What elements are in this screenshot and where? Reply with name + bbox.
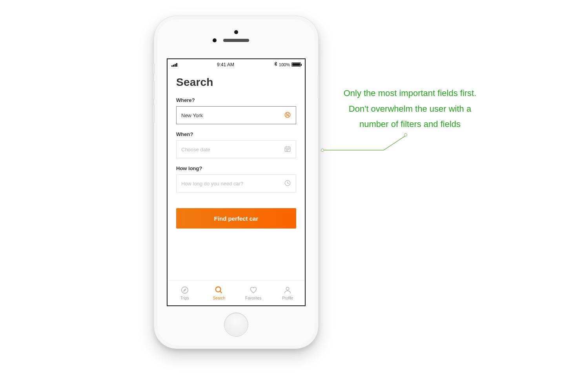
content: Search Where? New York — [168, 69, 305, 229]
where-input[interactable]: New York — [176, 106, 296, 124]
howlong-group: How long? How long do you need car? — [176, 165, 296, 192]
where-group: Where? New York — [176, 97, 296, 124]
find-car-label: Find perfect car — [214, 215, 259, 222]
profile-icon — [283, 286, 292, 294]
svg-point-15 — [216, 287, 221, 292]
volume-up-button — [153, 81, 155, 100]
search-icon — [215, 286, 223, 294]
screen: 9:41 AM 100% Search Where? New York — [167, 58, 306, 306]
annotation-dot-end — [404, 133, 407, 136]
power-button — [318, 75, 320, 98]
battery-text: 100% — [279, 62, 290, 67]
svg-point-17 — [286, 287, 289, 290]
svg-point-8 — [286, 149, 286, 149]
statusbar-time: 9:41 AM — [217, 62, 234, 67]
compass-icon — [180, 286, 189, 294]
location-icon — [284, 111, 291, 120]
annotation-leader — [321, 133, 411, 157]
signal-icon — [171, 63, 177, 67]
when-placeholder: Choose date — [181, 147, 210, 152]
tab-favorites[interactable]: Favorites — [236, 281, 271, 305]
svg-point-2 — [286, 113, 287, 114]
when-group: When? Choose date — [176, 131, 296, 158]
calendar-icon — [284, 145, 291, 154]
where-value: New York — [181, 113, 203, 118]
svg-point-12 — [287, 150, 288, 151]
mute-switch — [153, 63, 155, 74]
annotation-dot-start — [321, 149, 324, 152]
heart-icon — [249, 286, 258, 294]
status-bar: 9:41 AM 100% — [168, 59, 305, 69]
find-car-button[interactable]: Find perfect car — [176, 208, 296, 229]
volume-down-button — [153, 104, 155, 123]
tab-search[interactable]: Search — [202, 281, 237, 305]
bluetooth-icon — [274, 62, 277, 67]
svg-point-3 — [288, 115, 289, 116]
tab-bar: Trips Search Favorites — [168, 280, 305, 305]
tab-trips[interactable]: Trips — [168, 281, 202, 305]
tab-profile-label: Profile — [282, 296, 293, 300]
tab-search-label: Search — [213, 296, 225, 300]
howlong-label: How long? — [176, 165, 296, 171]
proximity-sensor — [213, 38, 217, 42]
phone-camera — [234, 30, 238, 34]
battery-icon — [291, 62, 301, 67]
tab-profile[interactable]: Profile — [271, 281, 305, 305]
where-label: Where? — [176, 97, 296, 103]
page-title: Search — [176, 76, 296, 89]
svg-point-11 — [286, 150, 286, 151]
svg-point-9 — [287, 149, 288, 149]
howlong-input[interactable]: How long do you need car? — [176, 174, 296, 192]
clock-icon — [284, 180, 291, 188]
svg-point-10 — [288, 149, 289, 149]
annotation-text: Only the most important fields first. Do… — [337, 85, 483, 132]
when-label: When? — [176, 131, 296, 137]
phone-device: 9:41 AM 100% Search Where? New York — [154, 16, 319, 349]
home-button[interactable] — [224, 312, 248, 337]
when-input[interactable]: Choose date — [176, 140, 296, 158]
phone-speaker — [223, 39, 249, 42]
tab-trips-label: Trips — [180, 296, 189, 300]
howlong-placeholder: How long do you need car? — [181, 181, 243, 187]
svg-line-16 — [220, 291, 222, 293]
tab-favorites-label: Favorites — [245, 296, 261, 300]
